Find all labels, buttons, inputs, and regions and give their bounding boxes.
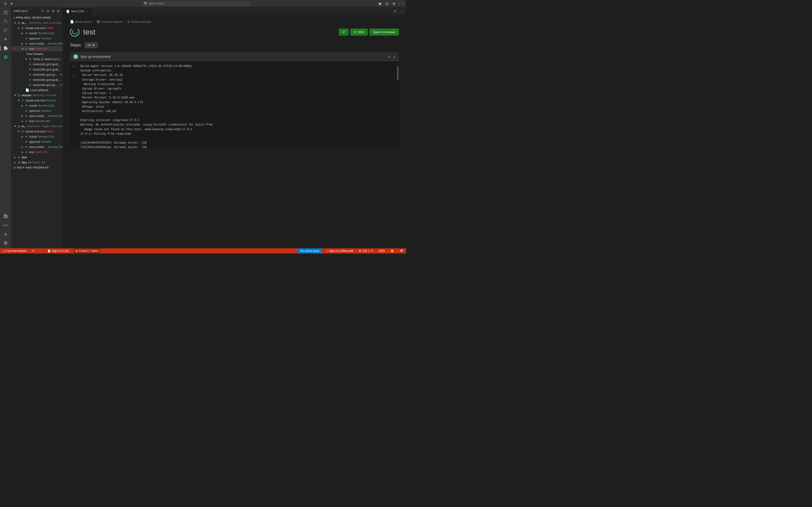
rerun-ssh-button[interactable]: ↺ SSH bbox=[350, 29, 368, 36]
test-result-1[interactable]: ⊗ tools/utils gcd gcd(3000, 20000, 50... bbox=[11, 62, 63, 67]
more-actions-icon[interactable]: ⋯ bbox=[399, 8, 404, 14]
tr3-label: tools/utils gcd gcd(8, 20) = 4 bbox=[33, 73, 59, 76]
sidebar-toggle-icon[interactable]: ▣ bbox=[377, 1, 383, 6]
status-jira[interactable]: 📋 Sign in to Jira bbox=[46, 248, 70, 253]
t2-label: test bbox=[29, 119, 34, 123]
branch-dev-2[interactable]: ▶ ⊡ dev [BeFunes] - Ok bbox=[11, 160, 63, 165]
layout-icon[interactable]: ⊞ bbox=[392, 1, 397, 6]
branch-master-1[interactable]: ▼ ⊡ master [BeFunes] - Fix tests bbox=[11, 93, 63, 98]
activity-run[interactable] bbox=[2, 35, 10, 43]
wf2-label: install-and-test bbox=[26, 99, 45, 102]
settings-pipelines-button[interactable]: ⚙ bbox=[46, 9, 50, 13]
tab-bar: 📋 test (115) × ⊟ ⋯ bbox=[63, 7, 406, 15]
tab-test[interactable]: 📋 test (115) × bbox=[63, 7, 92, 15]
tests-group-arrow: ▼ bbox=[24, 57, 28, 61]
dev1-arrow: ▶ bbox=[13, 155, 17, 159]
collapse-all-button[interactable]: ⊞ bbox=[56, 9, 60, 13]
search-box[interactable]: 🔍 devex-demo bbox=[142, 1, 250, 6]
job-status-badge: Success (12s) bbox=[38, 32, 54, 35]
wf2-arrow: ▼ bbox=[17, 99, 21, 102]
dev2-label: dev bbox=[21, 161, 27, 164]
status-errors[interactable]: ⊗ 118 ⚠ 0 bbox=[358, 248, 374, 253]
job-test-3[interactable]: ▶ ⊗ test Failed (27s) bbox=[11, 150, 63, 155]
activity-circleci[interactable] bbox=[2, 53, 10, 61]
tr1-label: tools/utils gcd gcd(3000, 20000, 50... bbox=[33, 62, 63, 66]
tr3-status: ✔ bbox=[28, 73, 32, 76]
sa2-icon: ✔ bbox=[24, 114, 28, 118]
workflow-install-and-test-2[interactable]: ▼ ✔ install-and-test Success bbox=[11, 98, 63, 103]
tests-group-icon: ≡ bbox=[28, 57, 32, 61]
job-store-artifacts-2[interactable]: ▶ ✔ store-artifacts Success (7s) bbox=[11, 113, 63, 118]
activity-manage[interactable] bbox=[2, 239, 10, 247]
forward-button[interactable]: ▶ bbox=[9, 1, 14, 6]
job-actions: ↺ ↺ SSH Open in browser bbox=[339, 29, 399, 36]
breadcrumb-sep-1: / bbox=[94, 20, 95, 23]
step-card-header-spin-up[interactable]: ✓ Spin up environment 3s ▲ bbox=[70, 52, 399, 61]
status-branch[interactable]: ⎇ my-new-feature bbox=[2, 248, 28, 253]
test-result-3[interactable]: ✔ tools/utils gcd gcd(8, 20) = 4 0s bbox=[11, 72, 63, 77]
job-approve-3[interactable]: ✔ approve Success bbox=[11, 139, 63, 144]
status-aws[interactable]: AWS bbox=[377, 248, 386, 253]
test-result-2[interactable]: ✔ tools/utils gcd gcd(5000, 20000, 50... bbox=[11, 67, 63, 72]
tests-group[interactable]: ▼ ≡ Tests (1 failed out of 5) bbox=[11, 56, 63, 62]
workflow-install-and-test-1[interactable]: ▼ ⊗ install-and-test Failed bbox=[11, 25, 63, 31]
rerun-button[interactable]: ↺ bbox=[339, 29, 348, 36]
job-store-artifacts-1[interactable]: ▶ ✔ store-artifacts Success (6s) bbox=[11, 41, 63, 46]
a2-icon: ✔ bbox=[24, 109, 28, 113]
job-approve-1[interactable]: ✔ approve Success bbox=[11, 36, 63, 41]
step-collapse-icon[interactable]: ▲ bbox=[393, 55, 396, 58]
pipelines-header[interactable]: ▼ PIPELINES: DEVEX-DEMO bbox=[11, 15, 63, 20]
wf2-badge: Success bbox=[46, 99, 56, 102]
job-test-1[interactable]: ▼ ⊗ test Failed (8s) bbox=[11, 46, 63, 51]
activity-explorer[interactable] bbox=[2, 8, 10, 16]
job-store-artifacts-3[interactable]: ▶ ✔ store-artifacts Success (7s) bbox=[11, 144, 63, 150]
i3-arrow: ▶ bbox=[21, 134, 24, 138]
job-test-2[interactable]: ▶ ✔ test Success (8s) bbox=[11, 118, 63, 124]
activity-search[interactable] bbox=[2, 17, 10, 25]
status-no-active-issue[interactable]: No active issue bbox=[298, 248, 321, 253]
help-section-header[interactable]: ▶ HELP AND FEEDBACK bbox=[11, 165, 63, 170]
activity-aws[interactable]: aws bbox=[2, 221, 10, 229]
bitbucket-icon: ⑂ bbox=[326, 249, 328, 252]
tests-group-label: Tests (1 failed out of 5) bbox=[33, 57, 63, 61]
status-broadcast[interactable]: 📢 bbox=[399, 248, 404, 253]
filter-pipelines-button[interactable]: ⊟ bbox=[51, 9, 55, 13]
tab-close-button[interactable]: × bbox=[86, 9, 89, 13]
branch-my-new-feature[interactable]: ▼ ⊡ my-new-feature [BeFunes] - Add a new… bbox=[11, 20, 63, 25]
activity-account[interactable] bbox=[2, 230, 10, 238]
status-bell[interactable]: 🔔 bbox=[390, 248, 395, 253]
open-browser-button[interactable]: Open in browser bbox=[369, 29, 399, 36]
split-editor-icon[interactable]: ⊟ bbox=[392, 8, 398, 14]
panel-toggle-icon[interactable]: ⊟ bbox=[385, 1, 390, 6]
status-publish[interactable]: ↑ bbox=[39, 248, 43, 253]
activity-test[interactable] bbox=[2, 212, 10, 220]
tr4-label: tools/utils gcd gcd(81, 1024, 125) = ... bbox=[33, 78, 63, 81]
status-sync[interactable]: ↻ bbox=[31, 248, 36, 253]
job-approve-2[interactable]: ✔ approve Success bbox=[11, 108, 63, 113]
job-install-3[interactable]: ▶ ✔ install Success (12s) bbox=[11, 134, 63, 139]
settings-icon[interactable]: ⋮⋮ bbox=[399, 1, 404, 6]
activity-extensions[interactable] bbox=[2, 44, 10, 52]
branch-dev-1[interactable]: ▶ ⊗ dev bbox=[11, 155, 63, 160]
bell-icon: 🔔 bbox=[391, 249, 394, 252]
status-bitbucket[interactable]: ⑂ Sign in to Bitbucket bbox=[325, 248, 354, 253]
test-result-4[interactable]: ✔ tools/utils gcd gcd(81, 1024, 125) = .… bbox=[11, 77, 63, 82]
master1-label: master bbox=[21, 94, 32, 97]
view-details-action[interactable]: View Details bbox=[11, 51, 63, 56]
job-install-2[interactable]: ▶ ✔ install Success (13s) bbox=[11, 103, 63, 108]
refresh-pipelines-button[interactable]: ↻ bbox=[41, 9, 45, 13]
status-circleci[interactable]: ⊗ CircleCI: Failed bbox=[73, 248, 100, 253]
load-artifacts-item[interactable]: 📄 Load artifacts bbox=[11, 88, 63, 93]
copy-log-icon[interactable]: ⧉ bbox=[71, 64, 76, 69]
sa-status: Success (6s) bbox=[48, 42, 63, 45]
test-label: test bbox=[29, 47, 34, 51]
log-scrollbar[interactable] bbox=[397, 61, 399, 148]
job-install-1[interactable]: ▶ ✔ install Success (12s) ⧉ ↺ ▶ bbox=[11, 31, 63, 36]
activity-git[interactable] bbox=[2, 26, 10, 34]
workflow-install-and-test-3[interactable]: ▼ ⊗ install-and-test Failed bbox=[11, 129, 63, 134]
test-result-5[interactable]: ✔ tools/utils gcd gcd(9, 192) = 3 0s bbox=[11, 82, 63, 88]
steps-filter-dropdown[interactable]: All ▼ bbox=[85, 42, 98, 48]
branch-master-2[interactable]: ▼ ⊡ master [BeFunes] - Trigger failed te… bbox=[11, 124, 63, 129]
open-log-icon[interactable]: ⧉ bbox=[71, 74, 76, 79]
back-button[interactable]: ◀ bbox=[2, 1, 7, 6]
